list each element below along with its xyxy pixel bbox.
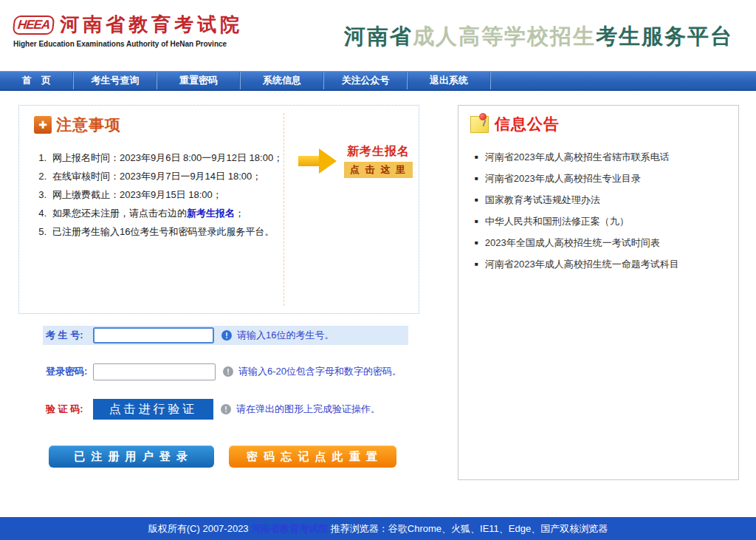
announcements-panel: 信息公告 河南省2023年成人高校招生省辖市联系电话 河南省2023年成人高校招… xyxy=(458,105,739,480)
forgot-password-reset-button[interactable]: 密 码 忘 记 点 此 重 置 xyxy=(229,445,396,468)
nav-item-reset-password[interactable]: 重置密码 xyxy=(157,72,241,89)
title-platform: 考生服务平台 xyxy=(596,24,733,48)
dotted-divider xyxy=(284,113,284,306)
captcha-label: 验 证 码: xyxy=(46,403,93,416)
candidate-number-hint: 请输入16位的考生号。 xyxy=(237,329,334,342)
title-program: 成人高等学校招生 xyxy=(413,24,596,48)
captcha-hint: 请在弹出的图形上完成验证操作。 xyxy=(236,403,380,416)
password-input[interactable] xyxy=(93,363,216,380)
notice-item: 2. 在线审核时间：2023年9月7日一9月14日 18:00； xyxy=(29,167,283,185)
info-icon: ! xyxy=(221,330,232,341)
main-nav: 首 页 考生号查询 重置密码 系统信息 关注公众号 退出系统 xyxy=(0,71,756,91)
copyright-text: 版权所有(C) 2007-2023 xyxy=(148,523,251,534)
info-icon: ! xyxy=(221,404,231,414)
pushpin-note-icon xyxy=(470,116,489,133)
candidate-number-input[interactable] xyxy=(93,327,214,344)
announcement-link[interactable]: 国家教育考试违规处理办法 xyxy=(475,189,679,211)
password-hint: 请输入6-20位包含字母和数字的密码。 xyxy=(238,365,402,378)
plus-icon: ✚ xyxy=(34,116,52,134)
notice-panel: ✚ 注意事项 1. 网上报名时间：2023年9月6日 8:00一9月12日 18… xyxy=(18,105,419,314)
recommended-browsers-text: 推荐浏览器：谷歌Chrome、火狐、IE11、Edge、国产双核浏览器 xyxy=(328,523,608,534)
captcha-verify-button[interactable]: 点击进行验证 xyxy=(93,399,213,420)
new-candidate-register-button[interactable]: 新考生报名 点 击 这 里 xyxy=(298,144,413,178)
nav-item-logout[interactable]: 退出系统 xyxy=(408,72,491,89)
heea-logo-icon: HEEA xyxy=(13,16,55,35)
announcements-title: 信息公告 xyxy=(495,114,560,134)
announcement-link[interactable]: 2023年全国成人高校招生统一考试时间表 xyxy=(475,232,679,253)
nav-item-follow-official-account[interactable]: 关注公众号 xyxy=(324,72,408,89)
captcha-row: 验 证 码: 点击进行验证 ! 请在弹出的图形上完成验证操作。 xyxy=(43,398,380,420)
nav-item-system-info[interactable]: 系统信息 xyxy=(241,72,324,89)
click-here-label[interactable]: 点 击 这 里 xyxy=(344,162,413,178)
notice-title: 注意事项 xyxy=(56,115,121,135)
notice-panel-title: ✚ 注意事项 xyxy=(34,115,121,135)
notice-item: 4. 如果您还未注册，请点击右边的新考生报名； xyxy=(29,204,283,222)
info-icon: ! xyxy=(223,366,233,377)
announcements-list: 河南省2023年成人高校招生省辖市联系电话 河南省2023年成人高校招生专业目录… xyxy=(475,146,679,275)
announcement-link[interactable]: 河南省2023年成人高校招生专业目录 xyxy=(475,168,679,189)
announcement-link[interactable]: 中华人民共和国刑法修正案（九） xyxy=(475,211,679,232)
notice-item: 5. 已注册考生输入16位考生号和密码登录此服务平台。 xyxy=(29,222,283,241)
notice-item: 1. 网上报名时间：2023年9月6日 8:00一9月12日 18:00； xyxy=(29,148,283,167)
logo-english-name: Higher Education Examinations Authority … xyxy=(13,40,243,48)
candidate-number-label: 考 生 号: xyxy=(46,329,93,342)
footer-site-link[interactable]: 河南省教育考试院 xyxy=(251,523,328,534)
announcement-link[interactable]: 河南省2023年成人高校招生统一命题考试科目 xyxy=(475,253,679,275)
nav-item-candidate-number-query[interactable]: 考生号查询 xyxy=(74,72,157,89)
logo-chinese-name: 河南省教育考试院 xyxy=(60,12,243,38)
registered-user-login-button[interactable]: 已 注 册 用 户 登 录 xyxy=(49,445,214,468)
password-label: 登录密码: xyxy=(46,365,93,378)
site-logo: HEEA 河南省教育考试院 Higher Education Examinati… xyxy=(13,12,243,48)
new-candidate-inline-link[interactable]: 新考生报名 xyxy=(187,204,235,222)
page-title: 河南省成人高等学校招生考生服务平台 xyxy=(344,22,733,52)
title-province: 河南省 xyxy=(344,24,413,48)
site-footer: 版权所有(C) 2007-2023 河南省教育考试院 推荐浏览器：谷歌Chrom… xyxy=(0,517,756,540)
announcement-link[interactable]: 河南省2023年成人高校招生省辖市联系电话 xyxy=(475,146,679,168)
announcements-panel-title: 信息公告 xyxy=(470,114,560,134)
new-candidate-label[interactable]: 新考生报名 xyxy=(347,145,410,157)
notice-item: 3. 网上缴费截止：2023年9月15日 18:00； xyxy=(29,185,283,204)
password-row: 登录密码: ! 请输入6-20位包含字母和数字的密码。 xyxy=(43,362,402,381)
arrow-right-icon xyxy=(298,148,337,174)
page: HEEA 河南省教育考试院 Higher Education Examinati… xyxy=(0,0,756,540)
notice-list: 1. 网上报名时间：2023年9月6日 8:00一9月12日 18:00； 2.… xyxy=(29,148,283,241)
nav-item-home[interactable]: 首 页 xyxy=(0,72,74,89)
candidate-number-row: 考 生 号: ! 请输入16位的考生号。 xyxy=(43,326,408,345)
